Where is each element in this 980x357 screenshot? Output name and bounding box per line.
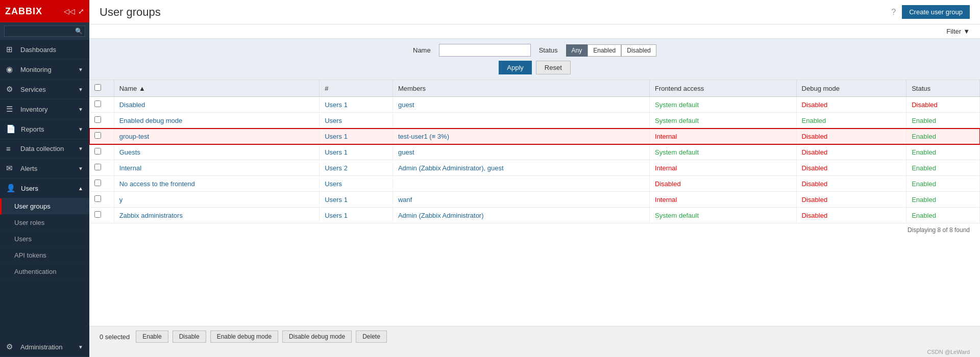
member-link[interactable]: Admin (Zabbix Administrator), guest	[398, 164, 504, 172]
filter-row: Name Status Any Enabled Disabled	[100, 44, 970, 57]
collapse-icon[interactable]: ◁◁	[64, 7, 75, 15]
member-link[interactable]: wanf	[398, 196, 412, 203]
bottom-bar: 0 selected Enable Disable Enable debug m…	[89, 326, 980, 347]
member-link[interactable]: Admin (Zabbix Administrator)	[398, 212, 484, 219]
debug-mode-value: Enabled	[802, 117, 826, 124]
sidebar-item-api-tokens[interactable]: API tokens	[0, 247, 89, 264]
name-input[interactable]	[439, 44, 531, 57]
sidebar-sub-label: Authentication	[14, 268, 56, 275]
select-all-checkbox[interactable]	[94, 84, 101, 91]
group-name-link[interactable]: y	[119, 196, 123, 203]
sidebar-item-monitoring[interactable]: ◉ Monitoring ▼	[0, 60, 89, 80]
row-checkbox[interactable]	[94, 164, 101, 170]
delete-button[interactable]: Delete	[356, 330, 387, 343]
reset-button[interactable]: Reset	[536, 61, 571, 74]
col-header-frontend[interactable]: Frontend access	[650, 80, 797, 97]
row-checkbox[interactable]	[94, 100, 101, 107]
sidebar-item-label: Dashboards	[20, 46, 56, 54]
row-checkbox[interactable]	[94, 132, 101, 139]
col-header-name[interactable]: Name ▲	[114, 80, 320, 97]
reports-icon: 📄	[6, 124, 16, 134]
users-count-link[interactable]: Users 2	[325, 164, 348, 172]
sidebar-item-data-collection[interactable]: ≡ Data collection ▼	[0, 139, 89, 159]
table-row: No access to the frontendUsersDisabledDi…	[89, 176, 980, 192]
filter-bar: Name Status Any Enabled Disabled Apply R…	[89, 39, 980, 80]
apply-button[interactable]: Apply	[499, 61, 532, 74]
chevron-down-icon: ▼	[78, 344, 83, 350]
table-row: Zabbix administratorsUsers 1Admin (Zabbi…	[89, 208, 980, 223]
sidebar-item-reports[interactable]: 📄 Reports ▼	[0, 119, 89, 139]
debug-mode-value: Disabled	[802, 164, 828, 172]
row-checkbox[interactable]	[94, 195, 101, 202]
group-name-link[interactable]: Internal	[119, 164, 141, 172]
sidebar-item-label: Monitoring	[20, 66, 52, 73]
col-header-hash[interactable]: #	[320, 80, 393, 97]
row-checkbox[interactable]	[94, 116, 101, 123]
row-checkbox[interactable]	[94, 148, 101, 155]
group-name-link[interactable]: group-test	[119, 133, 150, 140]
col-header-status[interactable]: Status	[906, 80, 980, 97]
filter-icon: ▼	[963, 28, 970, 35]
frontend-access-value: Disabled	[655, 180, 681, 188]
col-header-members[interactable]: Members	[393, 80, 649, 97]
users-count-link[interactable]: Users 1	[325, 212, 348, 219]
logo: ZABBIX	[5, 6, 42, 17]
sidebar-item-administration[interactable]: ⚙ Administration ▼	[0, 337, 89, 357]
filter-actions: Apply Reset	[100, 61, 970, 74]
chevron-up-icon: ▲	[78, 186, 83, 191]
users-count-link[interactable]: Users 1	[325, 101, 348, 109]
group-name-link[interactable]: Zabbix administrators	[119, 212, 183, 219]
selected-count: 0 selected	[100, 333, 130, 341]
status-enabled-button[interactable]: Enabled	[587, 44, 621, 57]
disable-button[interactable]: Disable	[173, 330, 206, 343]
create-user-group-button[interactable]: Create user group	[902, 5, 970, 19]
sidebar-item-user-groups[interactable]: User groups	[0, 198, 89, 215]
status-buttons: Any Enabled Disabled	[566, 44, 656, 57]
status-badge: Enabled	[912, 196, 936, 203]
group-name-link[interactable]: Disabled	[119, 101, 145, 109]
enable-debug-button[interactable]: Enable debug mode	[210, 330, 278, 343]
table-row: GuestsUsers 1guestSystem defaultDisabled…	[89, 144, 980, 160]
sidebar-item-alerts[interactable]: ✉ Alerts ▼	[0, 159, 89, 178]
col-header-debug[interactable]: Debug mode	[796, 80, 906, 97]
sidebar-item-user-roles[interactable]: User roles	[0, 215, 89, 231]
chevron-down-icon: ▼	[78, 87, 83, 92]
status-any-button[interactable]: Any	[566, 44, 588, 57]
data-collection-icon: ≡	[6, 144, 15, 153]
sidebar-item-services[interactable]: ⚙ Services ▼	[0, 80, 89, 99]
status-badge: Disabled	[912, 101, 938, 109]
search-input[interactable]	[4, 26, 85, 37]
member-link[interactable]: test-user1 (≡ 3%)	[398, 133, 449, 140]
sidebar-item-label: Users	[21, 185, 38, 192]
page-title: User groups	[100, 6, 161, 19]
table-container: Name ▲ # Members Frontend access Debug m…	[89, 80, 980, 326]
users-count-link[interactable]: Users 1	[325, 133, 348, 140]
users-count-link[interactable]: Users	[325, 180, 342, 188]
users-count-link[interactable]: Users 1	[325, 196, 348, 203]
enable-button[interactable]: Enable	[136, 330, 168, 343]
row-checkbox[interactable]	[94, 211, 101, 218]
group-name-link[interactable]: Guests	[119, 148, 140, 156]
group-name-link[interactable]: Enabled debug mode	[119, 117, 183, 124]
sidebar-sub-label: User groups	[14, 202, 51, 210]
help-icon[interactable]: ?	[891, 8, 896, 17]
group-name-link[interactable]: No access to the frontend	[119, 180, 195, 188]
member-link[interactable]: guest	[398, 101, 414, 109]
status-badge: Enabled	[912, 164, 936, 172]
sidebar-item-users[interactable]: Users	[0, 231, 89, 247]
sidebar-item-inventory[interactable]: ☰ Inventory ▼	[0, 99, 89, 119]
frontend-access-value: Internal	[655, 196, 677, 203]
users-count-link[interactable]: Users	[325, 117, 342, 124]
debug-mode-value: Disabled	[802, 133, 828, 140]
disable-debug-button[interactable]: Disable debug mode	[282, 330, 352, 343]
status-disabled-button[interactable]: Disabled	[621, 44, 656, 57]
sidebar-item-dashboards[interactable]: ⊞ Dashboards	[0, 40, 89, 60]
sidebar-item-authentication[interactable]: Authentication	[0, 264, 89, 280]
users-count-link[interactable]: Users 1	[325, 148, 348, 156]
row-checkbox[interactable]	[94, 180, 101, 186]
expand-icon[interactable]: ⤢	[78, 7, 84, 15]
sidebar-item-users[interactable]: 👤 Users ▲	[0, 178, 89, 198]
member-link[interactable]: guest	[398, 148, 414, 156]
status-badge: Enabled	[912, 212, 936, 219]
filter-toggle[interactable]: Filter ▼	[946, 28, 970, 35]
